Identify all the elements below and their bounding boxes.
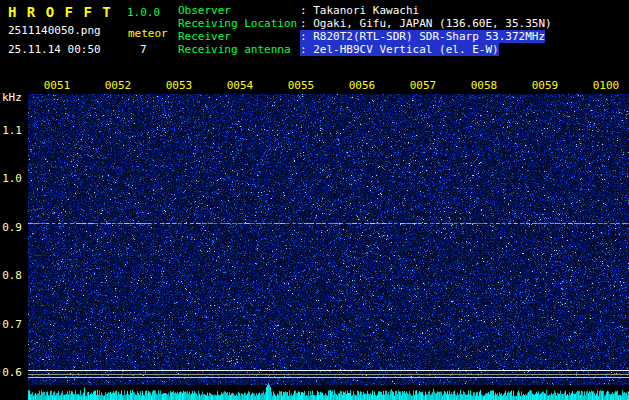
y-axis-unit: kHz	[2, 91, 22, 104]
y-tick: 0.9	[0, 221, 22, 234]
app-version: 1.0.0	[127, 6, 160, 19]
x-tick: 0058	[467, 79, 501, 92]
y-tick: 0.6	[0, 366, 22, 379]
mode-label: meteor	[128, 27, 168, 40]
info-value: : Takanori Kawachi	[300, 4, 419, 17]
echo-count: 7	[140, 43, 147, 56]
info-label: Observer	[178, 4, 300, 17]
info-row-antenna: Receiving antenna: 2el-HB9CV Vertical (e…	[178, 43, 552, 56]
info-label: Receiving Location	[178, 17, 300, 30]
station-info: Observer: Takanori Kawachi Receiving Loc…	[178, 4, 552, 56]
info-value-highlighted: : R820T2(RTL-SDR) SDR-Sharp 53.372MHz	[300, 30, 545, 43]
x-tick: 0053	[162, 79, 196, 92]
output-filename: 2511140050.png	[8, 24, 101, 37]
x-tick: 0056	[345, 79, 379, 92]
x-tick: 0055	[284, 79, 318, 92]
y-tick: 0.8	[0, 269, 22, 282]
info-row-observer: Observer: Takanori Kawachi	[178, 4, 552, 17]
datetime-label: 25.11.14 00:50	[8, 43, 101, 56]
y-tick: 0.7	[0, 318, 22, 331]
info-row-location: Receiving Location: Ogaki, Gifu, JAPAN (…	[178, 17, 552, 30]
spectrogram-canvas	[28, 94, 629, 400]
info-row-receiver: Receiver: R820T2(RTL-SDR) SDR-Sharp 53.3…	[178, 30, 552, 43]
info-label: Receiver	[178, 30, 300, 43]
info-label: Receiving antenna	[178, 43, 300, 56]
info-value: : Ogaki, Gifu, JAPAN (136.60E, 35.35N)	[300, 17, 552, 30]
x-tick: 0059	[528, 79, 562, 92]
x-tick: 0054	[223, 79, 257, 92]
hrofft-app: H R O F F T 1.0.0 2511140050.png meteor …	[0, 0, 629, 400]
app-title: H R O F F T	[8, 4, 112, 20]
x-tick: 0051	[40, 79, 74, 92]
info-value-highlighted: : 2el-HB9CV Vertical (el. E-W)	[300, 43, 499, 56]
x-tick: 0052	[101, 79, 135, 92]
y-tick: 1.1	[0, 124, 22, 137]
x-tick: 0057	[406, 79, 440, 92]
y-tick: 1.0	[0, 172, 22, 185]
x-tick: 0100	[589, 79, 623, 92]
